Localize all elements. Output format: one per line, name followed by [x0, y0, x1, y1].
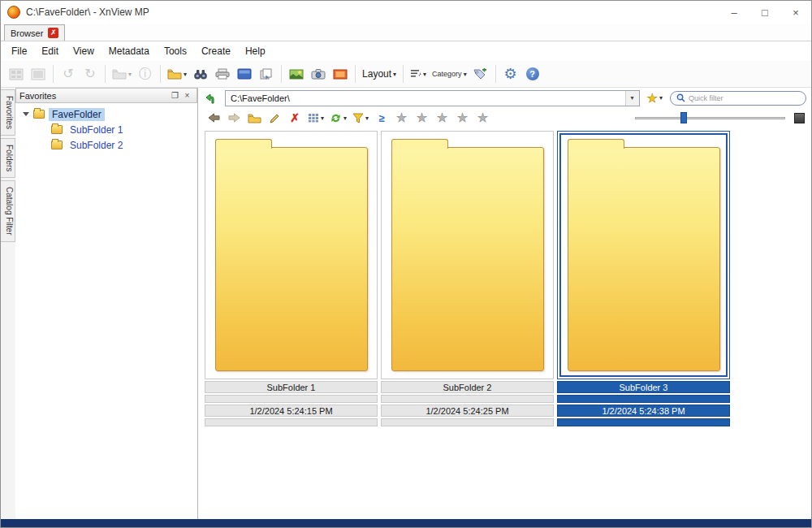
tab-close-icon[interactable]: ✗	[48, 28, 58, 38]
address-path-combobox[interactable]: C:\FaveFolder\ ▾	[225, 90, 640, 106]
address-bar-row: C:\FaveFolder\ ▾ ★ ▾	[198, 88, 811, 108]
thumbnail-name[interactable]: SubFolder 3	[557, 381, 730, 393]
screen-capture-button[interactable]	[330, 63, 351, 84]
browser-view-button[interactable]	[6, 63, 27, 84]
maximize-button[interactable]: □	[749, 1, 780, 24]
menu-view[interactable]: View	[66, 43, 102, 59]
thumbnail-info-bar	[205, 418, 378, 426]
thumbnail-subfolder-3[interactable]: SubFolder 3 1/2/2024 5:24:38 PM	[557, 131, 730, 426]
sort-button[interactable]: ▾	[408, 63, 429, 84]
tree-item-subfolder-2[interactable]: SubFolder 2	[15, 137, 197, 153]
quick-filter-input[interactable]	[689, 94, 800, 102]
titlebar: C:\FaveFolder\ - XnView MP – □ ×	[1, 1, 811, 24]
thumbnail-size-button[interactable]	[794, 113, 805, 123]
forward-button[interactable]	[225, 110, 243, 127]
rating-filter-button[interactable]: ≥	[373, 110, 391, 127]
favorites-panel-header: Favorites ❐ ×	[15, 88, 197, 103]
settings-button[interactable]: ⚙	[500, 63, 521, 84]
up-arrow-icon	[205, 93, 218, 104]
menu-edit[interactable]: Edit	[34, 43, 66, 59]
thumbnail-image[interactable]	[381, 131, 554, 379]
thumbnail-date: 1/2/2024 5:24:15 PM	[205, 405, 378, 417]
expand-chevron-icon[interactable]	[23, 112, 29, 116]
new-folder-icon	[248, 113, 261, 123]
search-button[interactable]	[190, 63, 211, 84]
side-tab-favorites[interactable]: Favorites	[1, 89, 15, 136]
close-button[interactable]: ×	[780, 1, 811, 24]
thumbnail-name[interactable]: SubFolder 1	[205, 381, 378, 393]
slideshow-button[interactable]	[234, 63, 255, 84]
menu-metadata[interactable]: Metadata	[102, 43, 157, 59]
layout-button[interactable]: Layout ▾	[360, 63, 399, 84]
tab-browser[interactable]: Browser ✗	[4, 24, 65, 41]
dock-panel-icon[interactable]: ❐	[169, 90, 181, 101]
menu-create[interactable]: Create	[194, 43, 238, 59]
compare-button[interactable]	[286, 63, 307, 84]
combobox-arrow-icon[interactable]: ▾	[625, 91, 639, 106]
view-mode-button[interactable]: ▾	[306, 110, 326, 127]
slideshow-icon	[237, 68, 252, 80]
favorites-star-button[interactable]: ★ ▾	[644, 90, 666, 106]
quick-filter-box[interactable]	[670, 91, 806, 106]
tree-item-subfolder-1[interactable]: SubFolder 1	[15, 122, 197, 137]
rotate-right-button[interactable]: ↻	[80, 63, 101, 84]
thumbnail-size-slider[interactable]	[635, 112, 785, 123]
big-folder-icon	[391, 147, 544, 371]
back-button[interactable]	[205, 110, 222, 127]
thumbnail-date: 1/2/2024 5:24:25 PM	[381, 405, 554, 417]
pencil-icon	[269, 113, 280, 123]
star-icon: ★	[457, 110, 469, 125]
star-icon: ★	[396, 110, 408, 125]
minimize-button[interactable]: –	[719, 1, 749, 24]
batch-convert-button[interactable]	[256, 63, 277, 84]
forward-arrow-icon	[228, 113, 240, 123]
rating-star-2[interactable]: ★	[413, 110, 431, 127]
open-button[interactable]: ▾	[165, 63, 189, 84]
thumbnail-info-bar	[381, 395, 554, 403]
help-icon: ?	[526, 67, 539, 80]
export-button[interactable]: ▾	[110, 63, 134, 84]
refresh-button[interactable]: ▾	[328, 110, 348, 127]
fullscreen-view-button[interactable]	[28, 63, 49, 84]
capture-button[interactable]	[308, 63, 329, 84]
browser-content: C:\FaveFolder\ ▾ ★ ▾	[198, 88, 811, 519]
menu-tools[interactable]: Tools	[157, 43, 194, 59]
print-button[interactable]	[212, 63, 233, 84]
rotate-left-icon: ↺	[63, 67, 73, 80]
rating-star-3[interactable]: ★	[434, 110, 451, 127]
delete-button[interactable]: ✗	[286, 110, 304, 127]
category-label: Category	[432, 70, 462, 78]
toolbar-separator	[53, 65, 54, 83]
thumbnail-info-bar	[205, 395, 378, 403]
thumbnail-image[interactable]	[205, 131, 378, 379]
info-button[interactable]: ⓘ	[135, 63, 156, 84]
category-button[interactable]: Category ▾	[430, 63, 469, 84]
rating-star-4[interactable]: ★	[454, 110, 472, 127]
slider-handle[interactable]	[680, 112, 687, 123]
thumbnail-subfolder-2[interactable]: SubFolder 2 1/2/2024 5:24:25 PM	[381, 131, 554, 426]
tree-item-favefolder[interactable]: FaveFolder	[15, 106, 197, 122]
filter-button[interactable]: ▾	[351, 110, 370, 127]
category-sets-button[interactable]	[470, 63, 491, 84]
thumbnail-subfolder-1[interactable]: SubFolder 1 1/2/2024 5:24:15 PM	[205, 131, 378, 426]
new-folder-button[interactable]	[245, 110, 263, 127]
back-arrow-icon	[208, 113, 220, 123]
rotate-left-button[interactable]: ↺	[58, 63, 79, 84]
side-tab-catalog-filter[interactable]: Catalog Filter	[1, 180, 15, 241]
menu-file[interactable]: File	[4, 43, 34, 59]
close-panel-icon[interactable]: ×	[181, 90, 193, 101]
help-button[interactable]: ?	[522, 63, 543, 84]
edit-button[interactable]	[266, 110, 283, 127]
menu-help[interactable]: Help	[238, 43, 273, 59]
dropdown-icon: ▾	[423, 71, 426, 78]
parent-folder-button[interactable]	[203, 90, 221, 106]
rotate-right-icon: ↻	[84, 67, 95, 80]
thumbnail-image[interactable]	[557, 131, 730, 379]
thumbnail-name[interactable]: SubFolder 2	[381, 381, 554, 393]
rating-star-5[interactable]: ★	[474, 110, 492, 127]
rating-star-1[interactable]: ★	[393, 110, 411, 127]
favorites-tree: FaveFolder SubFolder 1 SubFolder 2	[15, 103, 197, 153]
thumbnail-info-bar	[557, 395, 730, 403]
compare-images-icon	[289, 69, 304, 80]
side-tab-folders[interactable]: Folders	[1, 138, 15, 178]
